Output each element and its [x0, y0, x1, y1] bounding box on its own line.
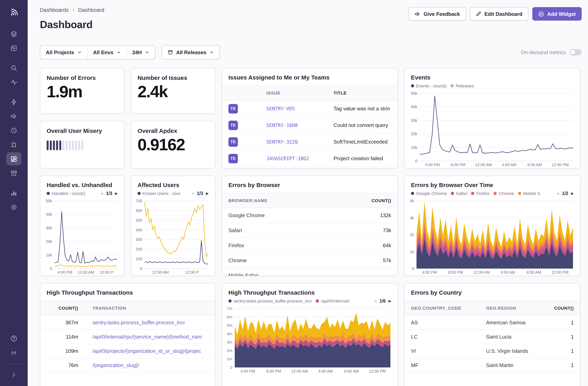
affected-users-chart[interactable]: 010020030040050060070012:00 AM12:00 P: [133, 198, 212, 275]
assignee-avatar[interactable]: TE: [228, 154, 238, 163]
sidebar-item-alerts[interactable]: [6, 95, 21, 108]
edit-dashboard-button[interactable]: Edit Dashboard: [470, 7, 528, 21]
events-chart[interactable]: 010k20k30k40k50k4:00 PM8:00 PM12:00 AM4:…: [406, 91, 577, 167]
legend-item[interactable]: Chrome: [494, 191, 514, 196]
country-region: American Samoa: [486, 319, 550, 325]
sidebar-item-settings[interactable]: [6, 201, 21, 214]
legend-item[interactable]: sentry.tasks.process_buffer.process_incr: [228, 299, 312, 303]
sidebar-item-releases[interactable]: [6, 166, 21, 180]
give-feedback-button[interactable]: Give Feedback: [409, 7, 466, 21]
svg-text:0: 0: [140, 266, 142, 271]
sidebar: [0, 0, 28, 386]
sidebar-item-feedback[interactable]: [6, 110, 21, 123]
widget-title: Overall User Misery: [47, 127, 118, 134]
handled-vs-unhandled-chart[interactable]: 010k20k30k40k50k4:00 PM12:00 AM12:00 P: [42, 198, 121, 275]
browser-name: Google Chrome: [228, 212, 356, 218]
legend-item[interactable]: Known Users : cour: [138, 191, 181, 196]
chevron-right-icon: [72, 8, 75, 12]
legend-item[interactable]: Mobile S: [518, 191, 540, 196]
table-row: TE JAVASCRIPT-1BG2 Project creation fail…: [222, 150, 398, 167]
sidebar-item-explore[interactable]: [6, 61, 21, 74]
projects-filter-dropdown[interactable]: All Projects: [40, 45, 87, 59]
legend-item[interactable]: Handled : count(): [47, 191, 85, 196]
table-body: AS American Samoa 1 LC Saint Lucia 1 VI: [405, 316, 580, 373]
legend-pager: ◀1/6▶: [374, 299, 391, 303]
pager-prev-icon[interactable]: ◀: [374, 299, 377, 303]
sidebar-item-crons[interactable]: [6, 138, 21, 151]
pager-prev-icon[interactable]: ◀: [556, 191, 559, 195]
sidebar-item-traces[interactable]: [6, 75, 21, 89]
environments-filter-dropdown[interactable]: All Envs: [87, 45, 126, 59]
high-throughput-chart[interactable]: 01m2m3m4m5m6m7m4:00 PM8:00 PM12:00 AM4:0…: [224, 306, 394, 374]
on-demand-metrics-toggle[interactable]: [570, 49, 582, 55]
legend-item[interactable]: Events : count(): [411, 83, 446, 88]
megaphone-icon: [10, 113, 17, 120]
sidebar-collapse-button[interactable]: [6, 368, 21, 381]
sidebar-item-issues[interactable]: [6, 42, 21, 55]
country-count: 1: [550, 362, 574, 368]
assignee-avatar[interactable]: TE: [228, 120, 238, 130]
pager-next-icon[interactable]: ▶: [115, 191, 118, 195]
misery-bar-segment: [63, 140, 64, 150]
table-row: Google Chrome 132k: [222, 208, 398, 223]
add-widget-button[interactable]: Add Widget: [532, 7, 582, 21]
table-row: 109m /api/0/projects/{organization_id_or…: [40, 344, 215, 358]
pager-next-icon[interactable]: ▶: [206, 191, 209, 195]
legend-dot-icon: [451, 192, 454, 195]
legend-dot-icon: [228, 299, 231, 303]
assignee-avatar[interactable]: TE: [228, 137, 238, 147]
transaction-link[interactable]: /api/0/internal/rpc/{service_name}/{meth…: [78, 334, 209, 340]
date-range-filter-dropdown[interactable]: 24H: [126, 45, 155, 59]
svg-text:4:00 PM: 4:00 PM: [422, 270, 437, 274]
transaction-link[interactable]: /{organization_slug}/: [78, 362, 209, 368]
country-count: 1: [550, 334, 574, 340]
sidebar-item-projects[interactable]: [6, 27, 21, 40]
pager-prev-icon[interactable]: ◀: [100, 191, 103, 195]
svg-text:300: 300: [136, 237, 142, 242]
svg-text:8:00 PM: 8:00 PM: [448, 270, 463, 274]
pager-next-icon[interactable]: ▶: [388, 299, 391, 303]
svg-text:4:00 PM: 4:00 PM: [425, 162, 440, 167]
pager-next-icon[interactable]: ▶: [571, 191, 574, 195]
misery-bar-segment: [72, 140, 74, 150]
table-body: Google Chrome 132k Safari 73k Firefox 64…: [222, 208, 398, 276]
breadcrumb-dashboards-link[interactable]: Dashboards: [40, 7, 69, 13]
sidebar-item-dashboards[interactable]: [6, 152, 21, 165]
svg-text:200: 200: [136, 247, 142, 251]
sidebar-item-replays[interactable]: [6, 124, 21, 137]
sidebar-item-whats-new[interactable]: [6, 346, 21, 359]
assignee-avatar[interactable]: TE: [228, 104, 238, 113]
legend-item[interactable]: Firefox: [471, 191, 490, 196]
legend-item[interactable]: Google Chrome: [411, 191, 447, 196]
svg-text:0: 0: [412, 266, 414, 271]
issue-link[interactable]: SENTRY-16H8: [266, 122, 334, 128]
svg-text:8:00 AM: 8:00 AM: [527, 162, 542, 167]
widget-title: Errors by Country: [411, 289, 574, 296]
svg-text:3m: 3m: [227, 340, 232, 344]
legend-item[interactable]: Safari: [451, 191, 467, 196]
main-content: Dashboards Dashboard Dashboard Give Feed…: [28, 0, 588, 386]
table-row: TE SENTRY-32ZQ SoftTimeLimitExceeded: [222, 134, 398, 150]
legend-item[interactable]: /api/0/internal/r: [316, 299, 350, 303]
issue-link[interactable]: JAVASCRIPT-1BG2: [266, 156, 334, 161]
issue-link[interactable]: SENTRY-32ZQ: [266, 139, 334, 145]
siren-icon: [10, 141, 17, 148]
legend-dot-icon: [411, 192, 414, 195]
svg-text:400: 400: [136, 228, 142, 232]
issue-link[interactable]: SENTRY-VD5: [266, 106, 334, 111]
errors-by-browser-over-time-chart[interactable]: 01k2k3k4k4:00 PM8:00 PM12:00 AM4:00 AM8:…: [406, 198, 577, 275]
filter-bar: All Projects All Envs 24H All Releases O: [40, 45, 582, 59]
transaction-link[interactable]: /api/0/projects/{organization_id_or_slug…: [78, 348, 209, 354]
pager-prev-icon[interactable]: ◀: [191, 191, 194, 195]
sidebar-item-stats[interactable]: [6, 186, 21, 199]
widget-errors-by-browser: Errors by Browser BROWSER.NAME COUNT() G…: [222, 176, 398, 276]
sentry-logo-icon[interactable]: [6, 5, 22, 21]
country-code: LC: [411, 334, 486, 340]
widget-errors-by-country: Errors by Country GEO.COUNTRY_CODE GEO.R…: [404, 283, 581, 386]
misery-bar-segment: [69, 140, 71, 150]
transaction-link[interactable]: sentry.tasks.process_buffer.process_incr: [78, 319, 209, 325]
releases-filter-dropdown[interactable]: All Releases: [161, 45, 220, 59]
chart-legend: sentry.tasks.process_buffer.process_incr…: [228, 299, 371, 303]
legend-item[interactable]: Releases: [450, 83, 474, 88]
sidebar-item-help[interactable]: [6, 332, 21, 345]
